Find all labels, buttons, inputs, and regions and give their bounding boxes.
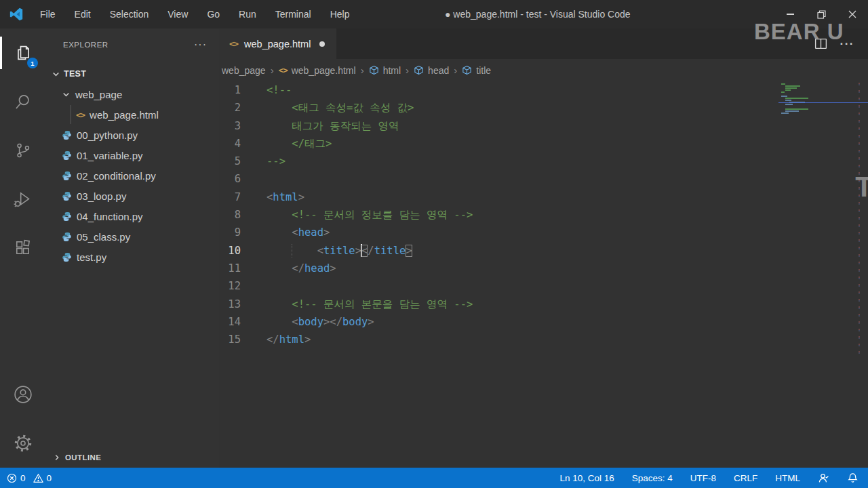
code-line-5[interactable]: 5--> — [219, 152, 868, 170]
code-line-6[interactable]: 6 — [219, 170, 868, 188]
file-05_class-py[interactable]: 05_class.py — [45, 226, 219, 247]
code-line-2[interactable]: 2 <태그 속성=값 속성 값> — [219, 99, 868, 117]
extensions-icon — [14, 239, 32, 257]
activity-accounts-button[interactable] — [0, 370, 45, 419]
symbol-icon — [369, 65, 379, 75]
code-line-1[interactable]: 1<!-- — [219, 81, 868, 99]
breadcrumb-item-head[interactable]: head — [414, 65, 449, 76]
language-mode[interactable]: HTML — [775, 473, 800, 483]
line-content: <!-- 문서의 본문을 담는 영역 --> — [267, 296, 473, 313]
line-content: --> — [267, 152, 285, 170]
tree-item-label: 05_class.py — [77, 231, 130, 243]
breadcrumb-label: html — [383, 65, 401, 76]
python-file-icon — [62, 150, 72, 161]
notifications-button[interactable] — [847, 472, 859, 484]
menu-run[interactable]: Run — [232, 6, 263, 22]
menu-go[interactable]: Go — [200, 6, 226, 22]
menu-terminal[interactable]: Terminal — [269, 6, 318, 22]
breadcrumb-item-html[interactable]: html — [369, 65, 401, 76]
breadcrumb-label: head — [428, 65, 449, 76]
python-file-icon — [62, 252, 72, 262]
unsaved-dot-icon[interactable] — [319, 41, 325, 47]
file-00_python-py[interactable]: 00_python.py — [45, 125, 219, 145]
cursor-position[interactable]: Ln 10, Col 16 — [559, 473, 614, 483]
activity-run-debug-button[interactable] — [0, 175, 45, 224]
close-icon — [848, 10, 856, 18]
code-editor[interactable]: 1<!--2 <태그 속성=값 속성 값>3 태그가 동작되는 영역4 </태그… — [219, 81, 868, 468]
menu-edit[interactable]: Edit — [68, 6, 98, 22]
line-number: 11 — [219, 260, 241, 277]
folder-web_page[interactable]: web_page — [45, 84, 219, 104]
activity-explorer-button[interactable]: 1 — [0, 28, 45, 77]
close-button[interactable] — [837, 0, 868, 28]
workspace-section-test[interactable]: TEST — [45, 65, 219, 83]
line-content: </태그> — [267, 135, 332, 152]
file-test-py[interactable]: test.py — [45, 247, 219, 267]
file-01_variable-py[interactable]: 01_variable.py — [45, 145, 219, 165]
line-content: </head> — [267, 260, 336, 277]
activity-search-button[interactable] — [0, 77, 45, 126]
code-line-14[interactable]: 14 <body></body> — [219, 313, 868, 331]
symbol-icon — [414, 65, 424, 75]
activity-extensions-button[interactable] — [0, 224, 45, 272]
line-number: 13 — [219, 296, 241, 313]
code-line-8[interactable]: 8 <!-- 문서의 정보를 담는 영역 --> — [219, 206, 868, 224]
indentation-setting[interactable]: Spaces: 4 — [632, 473, 673, 483]
chevron-down-icon — [62, 90, 71, 99]
menu-selection[interactable]: Selection — [103, 6, 156, 22]
file-04_function-py[interactable]: 04_function.py — [45, 206, 219, 226]
minimap-line — [781, 96, 857, 97]
minimap-line — [781, 94, 857, 95]
eol-setting[interactable]: CRLF — [734, 473, 757, 483]
code-line-13[interactable]: 13 <!-- 문서의 본문을 담는 영역 --> — [219, 296, 868, 313]
workspace-name: TEST — [64, 69, 86, 79]
warning-icon — [33, 473, 43, 483]
problems-indicator[interactable]: 0 0 — [7, 473, 52, 483]
explorer-more-actions-icon[interactable]: ··· — [194, 41, 207, 48]
line-content: <head> — [267, 224, 330, 241]
restore-button[interactable] — [806, 0, 837, 28]
code-line-7[interactable]: 7<html> — [219, 188, 868, 206]
symbol-icon — [462, 65, 472, 75]
activity-source-control-button[interactable] — [0, 126, 45, 175]
breadcrumb: web_page›<>web_page.html›html›head›title — [219, 59, 868, 81]
feedback-button[interactable] — [818, 472, 829, 484]
breadcrumb-item-web_page[interactable]: web_page — [222, 65, 266, 76]
overview-ruler[interactable] — [859, 83, 860, 354]
file-03_loop-py[interactable]: 03_loop.py — [45, 186, 219, 206]
minimap[interactable] — [781, 83, 857, 115]
line-number: 8 — [219, 206, 241, 224]
breadcrumb-item-web_page-html[interactable]: <>web_page.html — [279, 65, 356, 76]
menu-file[interactable]: File — [33, 6, 62, 22]
file-tree: web_page<>web_page.html00_python.py01_va… — [45, 84, 219, 267]
search-icon — [14, 93, 32, 111]
split-editor-icon[interactable] — [814, 37, 828, 51]
minimize-button[interactable] — [774, 0, 806, 28]
code-line-12[interactable]: 12 — [219, 277, 868, 295]
line-content: <title></title> — [267, 242, 412, 260]
encoding-setting[interactable]: UTF-8 — [690, 473, 716, 483]
minimap-line — [781, 98, 857, 99]
menu-help[interactable]: Help — [323, 6, 357, 22]
code-line-3[interactable]: 3 태그가 동작되는 영역 — [219, 117, 868, 135]
file-web_page-html[interactable]: <>web_page.html — [45, 104, 219, 125]
tree-item-label: 01_variable.py — [77, 150, 143, 161]
code-line-15[interactable]: 15</html> — [219, 331, 868, 348]
python-file-icon — [62, 171, 72, 181]
outline-section[interactable]: OUTLINE — [45, 447, 219, 468]
tree-item-label: 02_conditional.py — [77, 170, 156, 182]
code-line-9[interactable]: 9 <head> — [219, 224, 868, 241]
code-line-10[interactable]: 10 <title></title> — [219, 242, 868, 260]
code-line-11[interactable]: 11 </head> — [219, 260, 868, 277]
tab-web-page-html[interactable]: <> web_page.html — [219, 28, 336, 59]
editor-more-actions-icon[interactable]: ··· — [840, 41, 854, 47]
code-line-4[interactable]: 4 </태그> — [219, 135, 868, 152]
line-number: 3 — [219, 117, 241, 135]
sidebar-explorer: EXPLORER ··· TEST web_page<>web_page.htm… — [45, 28, 219, 468]
activity-settings-button[interactable] — [0, 419, 45, 468]
menu-view[interactable]: View — [161, 6, 195, 22]
breadcrumb-item-title[interactable]: title — [462, 65, 491, 76]
file-02_conditional-py[interactable]: 02_conditional.py — [45, 165, 219, 186]
breadcrumb-label: web_page.html — [292, 65, 356, 76]
line-number: 14 — [219, 313, 241, 331]
